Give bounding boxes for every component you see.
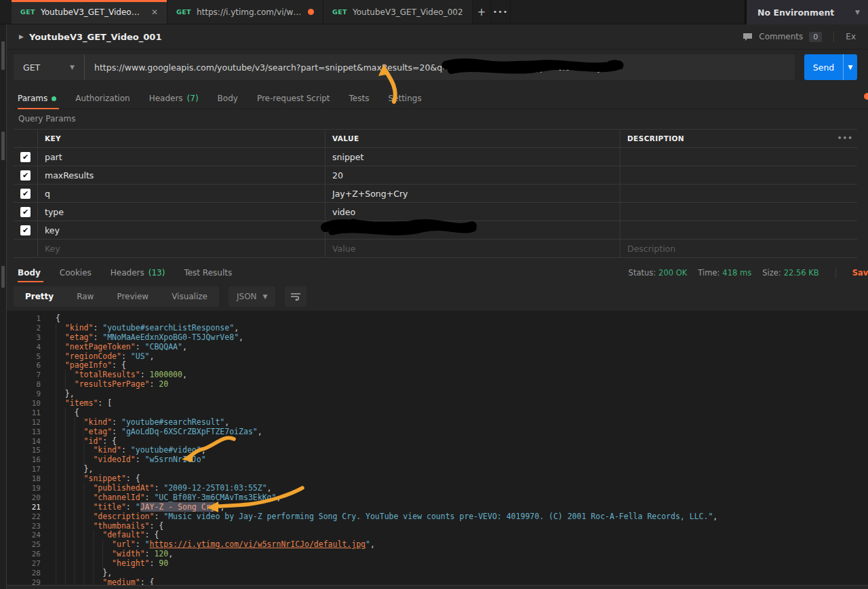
wrap-text-button[interactable] xyxy=(285,286,307,307)
new-tab-button[interactable]: + xyxy=(473,0,492,24)
line-number: 20 xyxy=(7,493,41,503)
view-visualize[interactable]: Visualize xyxy=(160,292,219,301)
view-pretty[interactable]: Pretty xyxy=(14,292,65,301)
format-dropdown[interactable]: JSON ▼ xyxy=(229,286,276,307)
param-description-cell[interactable] xyxy=(620,203,857,221)
tab-label: Test Results xyxy=(184,268,232,278)
line-number: 8 xyxy=(7,380,41,390)
param-checkbox[interactable]: ✔ xyxy=(20,152,31,162)
code-text: "description": "Music video by Jay-Z per… xyxy=(41,512,717,522)
tab-params[interactable]: Params xyxy=(14,88,66,109)
modified-dot-icon xyxy=(52,96,56,101)
tab-options-icon[interactable]: ••• xyxy=(492,0,511,24)
param-value-cell[interactable] xyxy=(326,221,620,239)
divider xyxy=(835,267,836,278)
code-text: "videoId": "w5srnNrICJo" xyxy=(41,455,206,465)
tab-settings[interactable]: Settings xyxy=(378,88,431,109)
line-number: 1 xyxy=(7,314,41,324)
view-preview[interactable]: Preview xyxy=(105,292,160,301)
line-number: 14 xyxy=(7,437,41,446)
param-description-cell[interactable] xyxy=(620,221,857,239)
code-line: 9 }, xyxy=(7,390,868,399)
code-line: 22 "description": "Music video by Jay-Z … xyxy=(7,512,868,522)
param-description-cell[interactable]: Description xyxy=(620,240,857,257)
url-input[interactable]: https://www.googleapis.com/youtube/v3/se… xyxy=(85,54,795,80)
code-line: 24 "default": { xyxy=(7,531,868,540)
tab-tests[interactable]: Tests xyxy=(340,88,379,109)
request-header: ▶ YoutubeV3_GET_Video_001 Comments 0 Ex xyxy=(7,24,868,50)
code-text: { xyxy=(41,408,79,418)
param-key-cell[interactable]: Key xyxy=(38,240,326,257)
comment-icon xyxy=(743,33,753,41)
code-text: }, xyxy=(41,390,75,399)
checkbox-cell: ✔ xyxy=(14,166,38,184)
line-number: 11 xyxy=(7,408,41,418)
param-value-cell[interactable]: snippet xyxy=(326,148,620,166)
tab-label: Authorization xyxy=(75,94,130,103)
code-text: "width": 120, xyxy=(41,550,173,559)
save-response-button[interactable]: Save xyxy=(852,268,868,278)
code-text: "channelId": "UC_Bf08Y-3m6CMAvTms3EkKg", xyxy=(41,493,281,503)
response-tab-body[interactable]: Body xyxy=(14,263,50,282)
method-dropdown[interactable]: GET ▼ xyxy=(14,54,85,80)
param-value-cell[interactable]: 20 xyxy=(326,166,620,184)
code-line: 26 "width": 120, xyxy=(7,550,868,559)
param-key-cell[interactable]: part xyxy=(38,148,326,166)
tab-title: YoutubeV3_GET_Video_001 xyxy=(41,7,142,17)
environment-selector[interactable]: No Environment ▼ xyxy=(745,0,868,24)
workspace-tab[interactable]: GETYoutubeV3_GET_Video_002 xyxy=(323,0,473,24)
tab-headers[interactable]: Headers(7) xyxy=(140,88,208,109)
workspace-tab[interactable]: GEThttps://i.ytimg.com/vi/w5srnNrI... xyxy=(167,0,323,24)
checkbox-cell: ✔ xyxy=(14,221,38,239)
line-number: 21 xyxy=(7,503,41,512)
comments-button[interactable]: Comments xyxy=(759,32,803,41)
param-key-cell[interactable]: q xyxy=(38,185,326,202)
url-text: https://www.googleapis.com/youtube/v3/se… xyxy=(94,62,609,73)
cookies-notification-dot xyxy=(864,93,868,100)
tab-pre-request-script[interactable]: Pre-request Script xyxy=(248,88,340,109)
param-checkbox[interactable]: ✔ xyxy=(20,189,31,199)
environment-label: No Environment xyxy=(757,7,834,18)
param-checkbox[interactable]: ✔ xyxy=(20,207,31,217)
param-description-cell[interactable] xyxy=(620,166,857,184)
param-key-cell[interactable]: type xyxy=(38,203,326,221)
disclosure-triangle-icon[interactable]: ▶ xyxy=(19,33,24,40)
code-text: "publishedAt": "2009-12-25T01:03:55Z", xyxy=(41,484,272,493)
examples-button[interactable]: Ex xyxy=(846,32,856,41)
code-text: }, xyxy=(41,465,93,474)
param-value-cell[interactable]: video xyxy=(326,203,620,221)
send-options-button[interactable]: ▼ xyxy=(843,54,857,80)
code-text: "etag": "MNoMaAeEdxnXpoBG0-T5JQwrVe8", xyxy=(41,333,243,343)
param-key-cell[interactable]: key xyxy=(38,221,326,239)
response-tab-cookies[interactable]: Cookies xyxy=(50,263,101,282)
send-button[interactable]: Send xyxy=(804,54,843,80)
param-checkbox[interactable]: ✔ xyxy=(20,170,31,180)
tab-body[interactable]: Body xyxy=(208,88,248,109)
checkbox-cell: ✔ xyxy=(14,203,38,221)
close-icon[interactable]: ✕ xyxy=(151,7,158,17)
query-params-title: Query Params xyxy=(18,114,76,124)
more-options-icon[interactable]: ••• xyxy=(837,134,853,142)
response-tab-test-results[interactable]: Test Results xyxy=(174,263,241,282)
param-checkbox[interactable]: ✔ xyxy=(20,225,31,235)
line-number: 27 xyxy=(7,559,41,569)
param-description-cell[interactable] xyxy=(620,148,857,166)
param-value-cell[interactable]: Value xyxy=(326,240,620,257)
method-label: GET xyxy=(332,8,347,16)
view-raw[interactable]: Raw xyxy=(65,292,105,301)
workspace-tab[interactable]: GETYoutubeV3_GET_Video_001✕ xyxy=(12,0,167,24)
tab-title: YoutubeV3_GET_Video_002 xyxy=(353,7,463,17)
param-value-cell[interactable]: Jay+Z+Song+Cry xyxy=(326,185,620,202)
param-row: ✔typevideo xyxy=(14,203,857,221)
tab-label: Body xyxy=(218,94,238,103)
response-tab-headers[interactable]: Headers(13) xyxy=(101,263,175,282)
query-params-table: KEYVALUEDESCRIPTION•••✔partsnippet✔maxRe… xyxy=(14,129,857,258)
unsaved-dot-icon xyxy=(308,9,314,15)
code-line: 1{ xyxy=(7,314,868,324)
param-description-cell[interactable] xyxy=(620,185,857,202)
left-edge-strip xyxy=(0,24,7,589)
tab-authorization[interactable]: Authorization xyxy=(66,88,139,109)
meta-status: Status:200 OK xyxy=(629,268,688,278)
param-key-cell[interactable]: maxResults xyxy=(38,166,326,184)
wrap-text-icon xyxy=(290,292,301,301)
